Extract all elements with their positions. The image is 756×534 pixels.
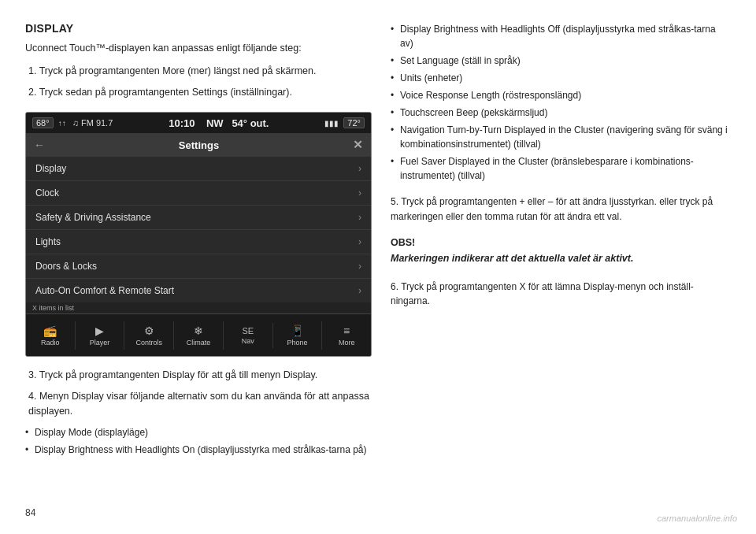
left-column: DISPLAY Uconnect Touch™-displayen kan an… [25, 22, 372, 512]
temp-left: 68° [32, 117, 54, 128]
step-3: 3. Tryck på programtangenten Display för… [25, 368, 372, 383]
obs-text: Markeringen indikerar att det aktuella v… [391, 252, 731, 266]
watermark: carmanualonline.info [657, 514, 737, 523]
obs-label: OBS! [391, 237, 731, 248]
bullet-right-1: Set Language (ställ in språk) [391, 54, 731, 68]
bullet-right-3: Voice Response Length (röstresponslängd) [391, 88, 731, 102]
screen-header: ← Settings ✕ [26, 133, 371, 157]
topbar-left: 68° ↑↑ ♫ FM 91.7 [32, 117, 113, 128]
page: DISPLAY Uconnect Touch™-displayen kan an… [0, 0, 756, 534]
bullet-right-2: Units (enheter) [391, 71, 731, 85]
footer-nav-label: Nav [242, 337, 254, 345]
arrow-icon-doors: › [358, 261, 361, 272]
intro-text: Uconnect Touch™-displayen kan anpassas e… [25, 41, 372, 56]
menu-item-safety-label: Safety & Driving Assistance [35, 212, 151, 223]
menu-item-lights-label: Lights [35, 236, 61, 247]
screen-topbar: 68° ↑↑ ♫ FM 91.7 10:10 NW 54° out. ▮▮▮ 7… [26, 113, 371, 133]
menu-item-lights[interactable]: Lights › [26, 230, 371, 254]
topbar-center: 10:10 NW 54° out. [169, 117, 269, 129]
step-5: 5. Tryck på programtangenten + eller – f… [391, 195, 731, 224]
menu-item-auto-label: Auto-On Comfort & Remote Start [35, 285, 174, 296]
settings-menu-list: Display › Clock › Safety & Driving Assis… [26, 157, 371, 302]
footer-radio[interactable]: 📻 Radio [26, 321, 76, 350]
menu-item-display-label: Display [35, 163, 66, 174]
phone-icon: 📱 [291, 324, 304, 337]
signal-icon: ↑↑ [58, 119, 66, 128]
footer-phone-label: Phone [287, 339, 307, 347]
footer-nav[interactable]: SE Nav [224, 323, 273, 348]
arrow-icon-display: › [358, 163, 361, 174]
menu-item-doors-label: Doors & Locks [35, 261, 97, 272]
player-icon: ▶ [95, 324, 104, 337]
footer-controls[interactable]: ⚙ Controls [124, 321, 174, 350]
bullet-right-5: Navigation Turn-by-Turn Displayed in the… [391, 123, 731, 151]
close-button[interactable]: ✕ [353, 138, 363, 152]
footer-phone[interactable]: 📱 Phone [273, 321, 323, 350]
step-2: 2. Tryck sedan på programtangenten Setti… [25, 85, 372, 100]
arrow-icon-safety: › [358, 212, 361, 223]
menu-item-display[interactable]: Display › [26, 157, 371, 181]
menu-item-safety[interactable]: Safety & Driving Assistance › [26, 206, 371, 230]
section-title: DISPLAY [25, 22, 372, 35]
arrow-icon-clock: › [358, 187, 361, 198]
menu-item-clock-label: Clock [35, 187, 59, 198]
bullet-right-0: Display Brightness with Headlights Off (… [391, 22, 731, 50]
footer-player-label: Player [90, 339, 110, 347]
bullet-right-6: Fuel Saver Displayed in the Cluster (brä… [391, 154, 731, 183]
menu-item-doors[interactable]: Doors & Locks › [26, 254, 371, 279]
screen-footer: 📻 Radio ▶ Player ⚙ Controls ❄ Climate SE [26, 313, 371, 356]
footer-climate[interactable]: ❄ Climate [174, 321, 224, 350]
radio-icon: 📻 [43, 324, 57, 337]
page-number: 84 [25, 507, 35, 518]
temp-right: 72° [343, 117, 365, 128]
step-4: 4. Menyn Display visar följande alternat… [25, 389, 372, 419]
bullet-left-0: Display Mode (displayläge) [25, 425, 372, 439]
footer-controls-label: Controls [136, 339, 163, 347]
nav-icon: SE [242, 326, 254, 336]
back-button[interactable]: ← [34, 139, 45, 151]
step-6: 6. Tryck på programtangenten X för att l… [391, 280, 731, 309]
more-icon: ≡ [343, 324, 350, 337]
bullets-right: Display Brightness with Headlights Off (… [391, 22, 731, 186]
footer-more[interactable]: ≡ More [322, 321, 371, 350]
items-in-list-label: X items in list [26, 302, 371, 313]
settings-title: Settings [179, 139, 219, 151]
bullet-left-1: Display Brightness with Headlights On (d… [25, 443, 372, 457]
footer-player[interactable]: ▶ Player [76, 321, 125, 350]
arrow-icon-auto: › [358, 285, 361, 296]
footer-climate-label: Climate [187, 339, 211, 347]
footer-more-label: More [339, 339, 355, 347]
bullets-left: Display Mode (displayläge) Display Brigh… [25, 425, 372, 460]
screen-simulation: 68° ↑↑ ♫ FM 91.7 10:10 NW 54° out. ▮▮▮ 7… [25, 112, 372, 357]
menu-item-auto[interactable]: Auto-On Comfort & Remote Start › [26, 279, 371, 302]
topbar-right: ▮▮▮ 72° [324, 117, 365, 128]
arrow-icon-lights: › [358, 236, 361, 247]
menu-item-clock[interactable]: Clock › [26, 181, 371, 206]
step-1: 1. Tryck på programtangenten More (mer) … [25, 64, 372, 79]
climate-icon: ❄ [194, 324, 203, 337]
radio-label: ♫ FM 91.7 [72, 118, 113, 128]
footer-radio-label: Radio [41, 339, 60, 347]
bullet-right-4: Touchscreen Beep (pekskärmsljud) [391, 106, 731, 120]
right-column: Display Brightness with Headlights Off (… [391, 22, 731, 512]
battery-icon: ▮▮▮ [324, 119, 339, 128]
controls-icon: ⚙ [144, 324, 154, 337]
